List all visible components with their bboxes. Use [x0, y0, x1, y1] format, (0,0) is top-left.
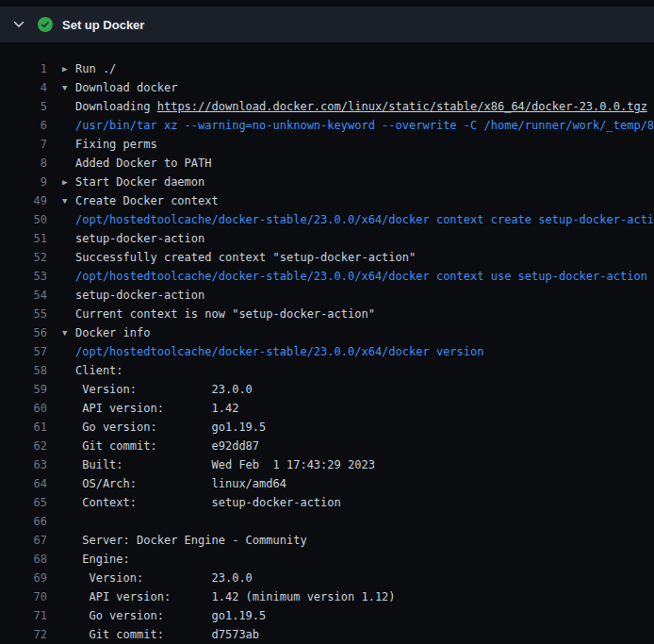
- line-number[interactable]: 55: [0, 305, 47, 323]
- log-text: API version: 1.42 (minimum version 1.12): [75, 587, 396, 606]
- log-text: setup-docker-action: [75, 286, 204, 305]
- expanded-arrow-icon[interactable]: ▼: [62, 323, 67, 342]
- line-number[interactable]: 72: [0, 625, 47, 644]
- line-number[interactable]: 71: [0, 606, 47, 625]
- log-group-row[interactable]: 4▼Download docker: [0, 78, 654, 97]
- log-command-text: /usr/bin/tar xz --warning=no-unknown-key…: [75, 116, 654, 135]
- expanded-arrow-icon[interactable]: ▼: [62, 78, 67, 97]
- line-number[interactable]: 58: [0, 361, 47, 380]
- log-row: 50/opt/hostedtoolcache/docker-stable/23.…: [0, 210, 654, 229]
- log-row: 8Added Docker to PATH: [0, 154, 654, 173]
- log-text: Git commit: d7573ab: [75, 625, 259, 644]
- line-number[interactable]: 51: [0, 229, 47, 248]
- log-area[interactable]: 1▶Run ./4▼Download docker5Downloading ht…: [0, 42, 654, 644]
- line-number[interactable]: 7: [0, 135, 47, 154]
- line-number[interactable]: 5: [0, 97, 47, 116]
- log-row: 57/opt/hostedtoolcache/docker-stable/23.…: [0, 342, 654, 361]
- log-text: Version: 23.0.0: [75, 380, 253, 399]
- line-number[interactable]: 63: [0, 455, 47, 474]
- log-text: Fixing perms: [75, 135, 157, 154]
- log-row: 67 Server: Docker Engine - Community: [0, 531, 654, 550]
- log-text: Git commit: e92dd87: [75, 437, 259, 455]
- log-text: OS/Arch: linux/amd64: [75, 474, 286, 493]
- log-row: 53/opt/hostedtoolcache/docker-stable/23.…: [0, 267, 654, 286]
- line-number[interactable]: 53: [0, 267, 47, 286]
- line-number[interactable]: 61: [0, 418, 47, 437]
- expanded-arrow-icon[interactable]: ▼: [62, 191, 67, 210]
- log-row: 5Downloading https://download.docker.com…: [0, 97, 654, 116]
- line-number[interactable]: 57: [0, 342, 47, 361]
- log-command-text: /opt/hostedtoolcache/docker-stable/23.0.…: [75, 267, 647, 286]
- log-text: Download docker: [75, 78, 177, 97]
- log-text: Context: setup-docker-action: [75, 493, 341, 512]
- line-number[interactable]: 64: [0, 474, 47, 493]
- log-row: 71 Go version: go1.19.5: [0, 606, 654, 625]
- success-check-icon: [38, 17, 53, 32]
- line-number[interactable]: 56: [0, 323, 47, 342]
- line-number[interactable]: 9: [0, 173, 47, 191]
- line-number[interactable]: 70: [0, 587, 47, 606]
- log-row: 59 Version: 23.0.0: [0, 380, 654, 399]
- log-row: 61 Go version: go1.19.5: [0, 418, 654, 437]
- line-number[interactable]: 54: [0, 286, 47, 305]
- line-number[interactable]: 6: [0, 116, 47, 135]
- log-text: Current context is now "setup-docker-act…: [75, 305, 375, 323]
- log-text: Go version: go1.19.5: [75, 418, 266, 437]
- log-text: Docker info: [75, 323, 150, 342]
- line-number[interactable]: 65: [0, 493, 47, 512]
- log-group-row[interactable]: 49▼Create Docker context: [0, 191, 654, 210]
- log-row: 7Fixing perms: [0, 135, 654, 154]
- log-row: 55Current context is now "setup-docker-a…: [0, 305, 654, 323]
- log-row: 58Client:: [0, 361, 654, 380]
- page-top-strip: [0, 0, 654, 7]
- log-row: 70 API version: 1.42 (minimum version 1.…: [0, 587, 654, 606]
- log-row: 6/usr/bin/tar xz --warning=no-unknown-ke…: [0, 116, 654, 135]
- log-group-row[interactable]: 9▶Start Docker daemon: [0, 173, 654, 191]
- log-text: Engine:: [75, 550, 130, 569]
- line-number[interactable]: 62: [0, 437, 47, 455]
- line-number[interactable]: 67: [0, 531, 47, 550]
- line-number[interactable]: 52: [0, 248, 47, 267]
- collapsed-arrow-icon[interactable]: ▶: [62, 173, 67, 191]
- log-text: setup-docker-action: [75, 229, 204, 248]
- log-row: 69 Version: 23.0.0: [0, 569, 654, 587]
- log-row: 60 API version: 1.42: [0, 399, 654, 418]
- log-row: 52Successfully created context "setup-do…: [0, 248, 654, 267]
- log-command-text: /opt/hostedtoolcache/docker-stable/23.0.…: [75, 342, 483, 361]
- line-number[interactable]: 69: [0, 569, 47, 587]
- log-row: 72 Git commit: d7573ab: [0, 625, 654, 644]
- line-number[interactable]: 68: [0, 550, 47, 569]
- log-text: Added Docker to PATH: [75, 154, 212, 173]
- line-number[interactable]: 8: [0, 154, 47, 173]
- log-link[interactable]: https://download.docker.com/linux/static…: [157, 100, 647, 113]
- line-number[interactable]: 66: [0, 512, 47, 531]
- log-row: 68 Engine:: [0, 550, 654, 569]
- log-text: Create Docker context: [75, 191, 219, 210]
- line-number[interactable]: 60: [0, 399, 47, 418]
- log-text: Go version: go1.19.5: [75, 606, 266, 625]
- log-text: API version: 1.42: [75, 399, 238, 418]
- log-row: 54setup-docker-action: [0, 286, 654, 305]
- log-text: Version: 23.0.0: [75, 569, 253, 587]
- log-row: 65 Context: setup-docker-action: [0, 493, 654, 512]
- collapsed-arrow-icon[interactable]: ▶: [62, 59, 67, 78]
- log-row: 64 OS/Arch: linux/amd64: [0, 474, 654, 493]
- chevron-down-icon[interactable]: [13, 19, 25, 30]
- line-number[interactable]: 1: [0, 59, 47, 78]
- step-title: Set up Docker: [62, 18, 144, 32]
- line-number[interactable]: 50: [0, 210, 47, 229]
- line-number[interactable]: 4: [0, 78, 47, 97]
- log-group-row[interactable]: 56▼Docker info: [0, 323, 654, 342]
- log-text: Downloading: [75, 100, 157, 113]
- log-text: Client:: [75, 361, 123, 380]
- log-row: 66: [0, 512, 654, 531]
- log-text: Built: Wed Feb 1 17:43:29 2023: [75, 455, 375, 474]
- log-group-row[interactable]: 1▶Run ./: [0, 59, 654, 78]
- step-header[interactable]: Set up Docker: [0, 7, 654, 42]
- line-number[interactable]: 59: [0, 380, 47, 399]
- log-row: 63 Built: Wed Feb 1 17:43:29 2023: [0, 455, 654, 474]
- log-command-text: /opt/hostedtoolcache/docker-stable/23.0.…: [75, 210, 654, 229]
- log-text: Run ./: [75, 59, 116, 78]
- log-text: Successfully created context "setup-dock…: [75, 248, 416, 267]
- line-number[interactable]: 49: [0, 191, 47, 210]
